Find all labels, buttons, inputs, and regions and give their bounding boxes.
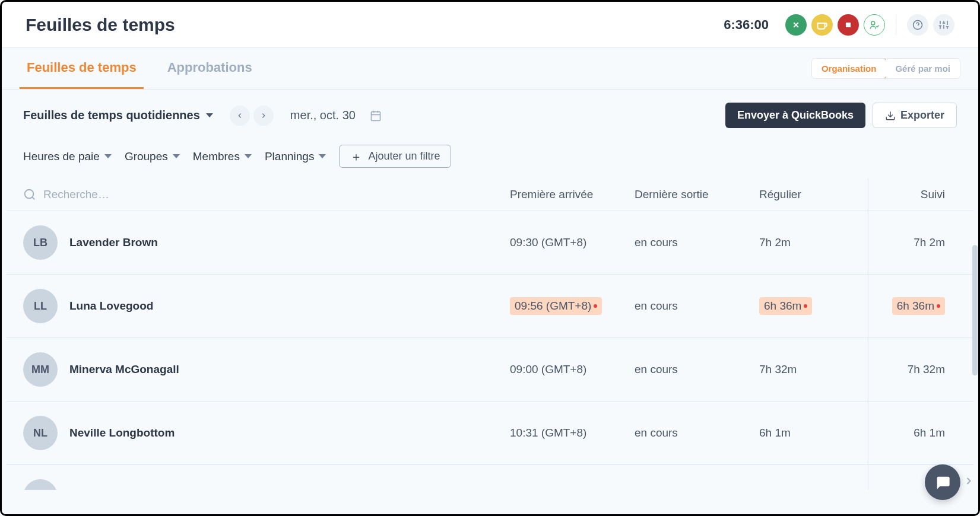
search-input[interactable] <box>43 188 221 201</box>
chevron-down-icon <box>206 113 213 117</box>
chat-button[interactable] <box>925 464 960 500</box>
stop-icon <box>844 21 852 29</box>
svg-line-8 <box>32 197 34 199</box>
filter-label: Plannings <box>265 150 314 163</box>
chevron-down-icon <box>319 154 326 158</box>
svg-rect-0 <box>846 22 851 27</box>
chevron-left-icon <box>236 112 244 120</box>
export-button[interactable]: Exporter <box>873 103 957 128</box>
prev-day-button[interactable] <box>230 106 250 126</box>
avatar: LB <box>23 225 58 260</box>
member-cell: OWOliver Wood <box>23 479 510 490</box>
column-divider <box>868 179 868 490</box>
toolbar: Feuilles de temps quotidiennes mer., oct… <box>2 90 978 134</box>
chevron-down-icon <box>173 154 180 158</box>
settings-button[interactable] <box>933 14 954 36</box>
chevron-down-icon <box>245 154 252 158</box>
table-row[interactable]: MMMinerva McGonagall09:00 (GMT+8)en cour… <box>7 338 973 402</box>
help-button[interactable] <box>907 14 928 36</box>
chevron-right-icon <box>963 475 975 487</box>
start-tracking-button[interactable] <box>785 14 807 36</box>
alert-dot-icon <box>804 304 807 308</box>
table-header: Première arrivée Dernière sortie Régulie… <box>7 179 973 211</box>
avatar: MM <box>23 352 58 387</box>
add-filter-label: Ajouter un filtre <box>368 150 440 163</box>
export-label: Exporter <box>900 109 944 122</box>
timesheet-table: Première arrivée Dernière sortie Régulie… <box>2 179 978 490</box>
user-status-button[interactable] <box>864 14 885 36</box>
table-row[interactable]: OWOliver Wood12:18 (GMT+8)en cours4h 13m… <box>7 465 973 490</box>
header-actions: 6:36:00 <box>724 14 954 36</box>
member-cell: NLNeville Longbottom <box>23 416 510 450</box>
user-check-icon <box>869 20 880 30</box>
next-day-button[interactable] <box>253 106 274 126</box>
tab-approvals[interactable]: Approbations <box>160 48 259 89</box>
filter-pay-hours[interactable]: Heures de paie <box>23 150 112 163</box>
chevron-right-icon <box>259 112 268 120</box>
tab-timesheets[interactable]: Feuilles de temps <box>20 48 144 89</box>
svg-rect-3 <box>371 112 380 120</box>
stop-tracking-button[interactable] <box>838 14 859 36</box>
regular-cell: 6h 1m <box>759 426 860 439</box>
add-filter-button[interactable]: ＋ Ajouter un filtre <box>339 145 451 168</box>
member-cell: MMMinerva McGonagall <box>23 352 510 387</box>
page-title: Feuilles de temps <box>26 15 175 35</box>
tracked-cell: 7h 2m <box>860 236 957 249</box>
period-selector[interactable]: Feuilles de temps quotidiennes <box>23 109 213 122</box>
chat-icon <box>934 474 951 490</box>
filters-row: Heures de paie Groupes Membres Plannings… <box>2 134 978 179</box>
first-in-cell: 10:31 (GMT+8) <box>510 426 635 439</box>
search-icon <box>23 188 36 201</box>
col-last-out: Dernière sortie <box>635 188 759 201</box>
alert-dot-icon <box>594 304 597 308</box>
col-tracked: Suivi <box>860 188 957 201</box>
calendar-icon <box>370 110 382 122</box>
last-out-cell: en cours <box>635 300 759 313</box>
scroll-right-button[interactable] <box>963 475 975 489</box>
period-label: Feuilles de temps quotidiennes <box>23 109 200 122</box>
calendar-picker-button[interactable] <box>370 110 382 122</box>
timer-display: 6:36:00 <box>724 17 769 33</box>
search-cell <box>23 188 510 201</box>
table-row[interactable]: LBLavender Brown09:30 (GMT+8)en cours7h … <box>7 211 973 275</box>
divider <box>896 14 896 36</box>
date-nav <box>230 106 274 126</box>
scope-managed-by-me[interactable]: Géré par moi <box>886 59 960 78</box>
content-area: Feuilles de temps Approbations Organisat… <box>2 48 978 514</box>
current-date: mer., oct. 30 <box>290 109 356 122</box>
scope-toggle: Organisation Géré par moi <box>811 58 960 79</box>
chevron-down-icon <box>104 154 112 158</box>
break-button[interactable] <box>811 14 833 36</box>
toolbar-right: Envoyer à QuickBooks Exporter <box>725 103 957 128</box>
tracked-cell: 6h 36m <box>860 297 957 315</box>
member-name: Lavender Brown <box>69 236 158 249</box>
filter-groups[interactable]: Groupes <box>125 150 180 163</box>
scope-organisation[interactable]: Organisation <box>811 58 887 79</box>
send-qb-label: Envoyer à QuickBooks <box>737 109 854 122</box>
avatar: LL <box>23 289 58 323</box>
tabs-row: Feuilles de temps Approbations Organisat… <box>2 48 978 90</box>
download-icon <box>885 110 896 121</box>
filter-label: Heures de paie <box>23 150 100 163</box>
tracked-cell: 6h 1m <box>860 426 957 439</box>
filter-members[interactable]: Membres <box>193 150 252 163</box>
table-row[interactable]: LLLuna Lovegood09:56 (GMT+8)en cours6h 3… <box>7 275 973 338</box>
col-first-in: Première arrivée <box>510 188 635 201</box>
table-body[interactable]: LBLavender Brown09:30 (GMT+8)en cours7h … <box>7 211 973 490</box>
activity-icon <box>791 20 801 30</box>
avatar: OW <box>23 479 58 490</box>
svg-point-7 <box>25 190 34 199</box>
vertical-scrollbar[interactable] <box>972 245 978 375</box>
member-cell: LLLuna Lovegood <box>23 289 510 323</box>
filter-schedules[interactable]: Plannings <box>265 150 326 163</box>
coffee-icon <box>817 20 827 30</box>
send-quickbooks-button[interactable]: Envoyer à QuickBooks <box>725 103 865 128</box>
filter-label: Groupes <box>125 150 168 163</box>
member-cell: LBLavender Brown <box>23 225 510 260</box>
last-out-cell: en cours <box>635 236 759 249</box>
alert-dot-icon <box>937 304 940 308</box>
regular-cell: 7h 32m <box>759 363 860 376</box>
table-row[interactable]: NLNeville Longbottom10:31 (GMT+8)en cour… <box>7 402 973 465</box>
last-out-cell: en cours <box>635 426 759 439</box>
toolbar-left: Feuilles de temps quotidiennes mer., oct… <box>23 106 382 126</box>
